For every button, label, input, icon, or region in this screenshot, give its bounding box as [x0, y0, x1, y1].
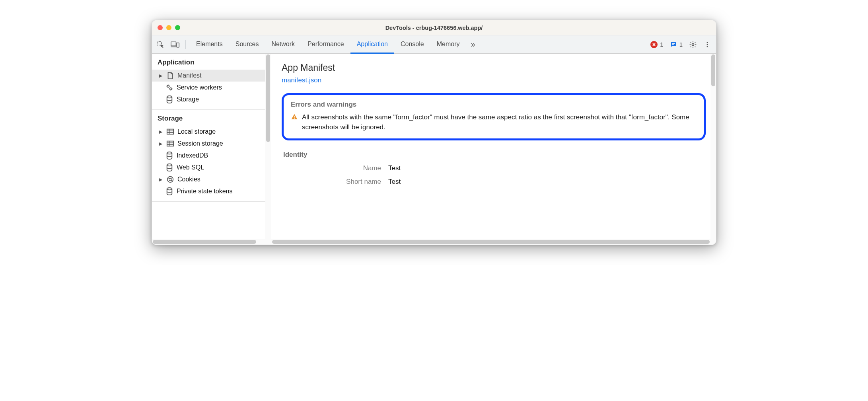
devtools-window: DevTools - crbug-1476656.web.app/ Elemen… [152, 20, 716, 245]
sidebar-heading: Application [152, 54, 271, 70]
sidebar-item-storage[interactable]: Storage [152, 93, 271, 105]
svg-point-8 [707, 44, 708, 45]
message-count: 1 [679, 41, 683, 48]
table-icon [166, 128, 174, 136]
identity-key: Short name [283, 178, 381, 186]
sidebar-item-manifest[interactable]: ▶ Manifest [152, 70, 271, 82]
svg-point-9 [707, 46, 708, 47]
tab-application[interactable]: Application [350, 36, 394, 54]
svg-rect-30 [294, 118, 295, 119]
tab-sources[interactable]: Sources [229, 36, 265, 54]
message-count-chip[interactable]: 1 [668, 41, 685, 48]
identity-value: Test [388, 164, 401, 172]
inspect-icon[interactable] [154, 38, 167, 51]
cookie-icon [166, 175, 174, 183]
chevron-right-icon: ▶ [159, 73, 163, 78]
database-icon [165, 152, 173, 160]
kebab-menu-icon[interactable] [701, 38, 714, 51]
tab-elements[interactable]: Elements [190, 36, 229, 54]
identity-value: Test [388, 178, 401, 186]
sidebar-item-service-workers[interactable]: Service workers [152, 82, 271, 93]
sidebar-item-indexeddb[interactable]: IndexedDB [152, 150, 271, 162]
svg-point-21 [167, 152, 172, 154]
scrollbar-thumb[interactable] [266, 55, 270, 142]
tabs-overflow-button[interactable]: » [467, 40, 478, 49]
identity-key: Name [283, 164, 381, 172]
device-toggle-icon[interactable] [169, 38, 181, 51]
sidebar-horizontal-scrollbar[interactable] [152, 239, 271, 245]
svg-point-6 [692, 43, 694, 45]
window-title: DevTools - crbug-1476656.web.app/ [152, 25, 716, 31]
window-maximize-button[interactable] [175, 25, 180, 30]
sidebar-item-label: Manifest [177, 72, 201, 79]
identity-section: Identity Name Test Short name Test [282, 151, 706, 186]
sidebar-item-session-storage[interactable]: ▶ Session storage [152, 138, 271, 150]
svg-rect-17 [167, 141, 173, 146]
scrollbar-thumb[interactable] [153, 240, 256, 244]
main-horizontal-scrollbar[interactable] [271, 239, 716, 245]
error-icon [650, 41, 658, 48]
panel-body: Application ▶ Manifest Service workers [152, 54, 716, 245]
svg-point-26 [169, 180, 170, 181]
database-icon [165, 95, 173, 103]
database-icon [165, 164, 173, 171]
svg-point-27 [171, 180, 172, 181]
warning-text: All screenshots with the same "form_fact… [302, 113, 697, 132]
identity-row-name: Name Test [283, 164, 704, 172]
sidebar-item-label: Session storage [177, 140, 223, 147]
chevron-right-icon: ▶ [159, 129, 163, 134]
warning-row: All screenshots with the same "form_fact… [291, 113, 697, 132]
database-icon [165, 187, 173, 195]
window-minimize-button[interactable] [166, 25, 171, 30]
chevron-right-icon: ▶ [159, 141, 163, 146]
table-icon [166, 140, 174, 148]
tab-console[interactable]: Console [394, 36, 430, 54]
svg-point-7 [707, 42, 708, 43]
tab-label: Console [401, 41, 424, 48]
sidebar-item-cookies[interactable]: ▶ Cookies [152, 173, 271, 185]
page-title: App Manifest [282, 62, 706, 73]
sidebar-item-websql[interactable]: Web SQL [152, 162, 271, 173]
tab-label: Sources [235, 41, 259, 48]
error-count: 1 [660, 41, 663, 48]
svg-rect-1 [171, 42, 176, 46]
svg-rect-4 [672, 43, 675, 44]
svg-rect-3 [177, 43, 179, 47]
tab-memory[interactable]: Memory [430, 36, 466, 54]
svg-point-25 [171, 178, 171, 179]
identity-title: Identity [283, 151, 704, 159]
manifest-link[interactable]: manifest.json [282, 76, 321, 84]
sidebar-group-application: Application ▶ Manifest Service workers [152, 54, 271, 110]
sidebar-item-local-storage[interactable]: ▶ Local storage [152, 126, 271, 138]
application-sidebar: Application ▶ Manifest Service workers [152, 54, 271, 245]
warning-icon [291, 113, 298, 121]
file-icon [166, 72, 174, 80]
sidebar-item-label: IndexedDB [177, 152, 208, 159]
errors-warnings-callout: Errors and warnings All screenshots with… [282, 93, 706, 140]
svg-point-24 [169, 178, 169, 179]
sidebar-item-private-state-tokens[interactable]: Private state tokens [152, 185, 271, 197]
window-close-button[interactable] [158, 25, 163, 30]
main-vertical-scrollbar[interactable] [710, 54, 716, 245]
window-titlebar: DevTools - crbug-1476656.web.app/ [152, 20, 716, 35]
error-count-chip[interactable]: 1 [648, 41, 666, 48]
devtools-toolbar: Elements Sources Network Performance App… [152, 35, 716, 54]
tab-performance[interactable]: Performance [301, 36, 350, 54]
svg-point-12 [167, 96, 172, 98]
scrollbar-thumb[interactable] [711, 55, 715, 86]
scrollbar-thumb[interactable] [272, 240, 710, 244]
svg-rect-13 [167, 129, 173, 134]
settings-icon[interactable] [687, 38, 699, 51]
sidebar-item-label: Web SQL [177, 164, 204, 171]
svg-point-11 [170, 88, 172, 90]
svg-point-10 [167, 85, 169, 87]
sidebar-vertical-scrollbar[interactable] [265, 54, 271, 245]
tab-label: Performance [307, 41, 344, 48]
sidebar-item-label: Cookies [177, 176, 200, 183]
overflow-label: » [471, 40, 475, 49]
tab-label: Application [357, 41, 388, 48]
sidebar-item-label: Service workers [177, 84, 222, 91]
tab-network[interactable]: Network [265, 36, 301, 54]
gears-icon [165, 84, 173, 91]
sidebar-group-storage: Storage ▶ Local storage ▶ Session s [152, 110, 271, 202]
